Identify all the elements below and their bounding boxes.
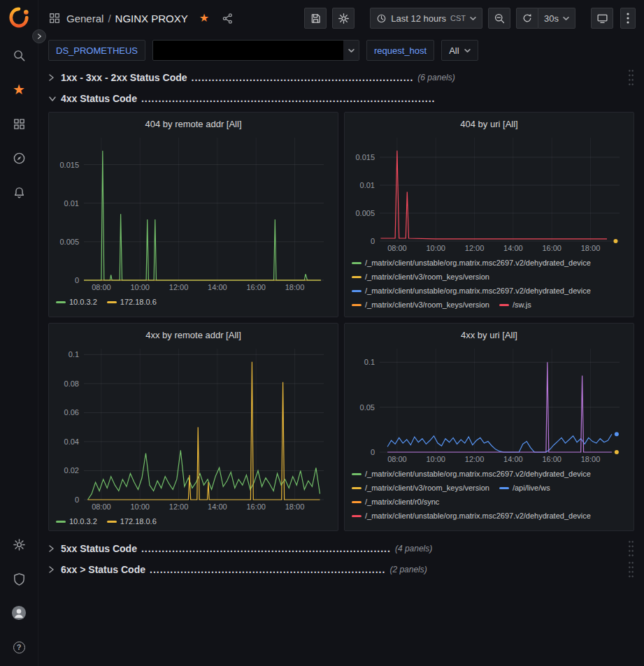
legend-item[interactable]: /_matrix/client/unstable/org.matrix.msc2… xyxy=(352,259,591,267)
time-series-chart[interactable]: 08:0010:0012:0014:0016:0018:0000.020.040… xyxy=(55,343,332,514)
legend-series-label: 10.0.3.2 xyxy=(69,517,97,526)
breadcrumb-folder[interactable]: General xyxy=(66,13,103,24)
zoom-out-icon xyxy=(494,13,506,24)
row-drag-handle[interactable] xyxy=(628,540,634,558)
chevron-down-icon xyxy=(343,41,359,60)
legend-item[interactable]: /_matrix/client/v3/room_keys/version xyxy=(352,301,489,309)
refresh-button[interactable] xyxy=(516,8,538,29)
legend-item[interactable]: 10.0.3.2 xyxy=(56,298,97,306)
share-dashboard-button[interactable] xyxy=(222,13,234,24)
svg-text:12:00: 12:00 xyxy=(465,455,485,463)
favorite-star-button[interactable]: ★ xyxy=(199,13,209,24)
datasource-variable-label[interactable]: DS_PROMETHEUS xyxy=(48,40,145,61)
zoom-out-time-button[interactable] xyxy=(488,8,510,29)
save-dashboard-button[interactable] xyxy=(304,8,327,29)
chevron-down-icon xyxy=(48,96,61,102)
sidebar-item-settings[interactable] xyxy=(11,537,27,552)
sidebar-item-dashboards[interactable] xyxy=(11,116,27,131)
svg-text:0: 0 xyxy=(75,495,79,504)
legend-series-color xyxy=(352,304,362,306)
shield-icon xyxy=(13,572,26,586)
timezone-label: CST xyxy=(450,14,466,22)
legend-series-label: /_matrix/client/unstable/org.matrix.msc2… xyxy=(365,259,591,267)
legend-item[interactable]: /_matrix/client/unstable/org.matrix.msc2… xyxy=(352,287,591,295)
chevron-right-icon xyxy=(48,73,61,82)
row-5xx[interactable]: 5xx Status Code ........................… xyxy=(48,538,634,559)
sidebar-item-starred[interactable]: ★ xyxy=(11,82,27,97)
main-area: General / NGINX PROXY ★ xyxy=(38,0,644,666)
legend-item[interactable]: /sw.js xyxy=(499,301,531,309)
search-icon xyxy=(13,49,26,62)
panel-title[interactable]: 404 by remote addr [All] xyxy=(55,115,332,132)
row-title: 5xx Status Code xyxy=(61,543,137,554)
gear-icon xyxy=(13,538,26,551)
svg-text:0.01: 0.01 xyxy=(64,199,79,208)
help-icon: ? xyxy=(13,642,25,653)
sidebar-item-explore[interactable] xyxy=(11,150,27,166)
time-series-chart[interactable]: 08:0010:0012:0014:0016:0018:0000.050.1 xyxy=(350,343,628,466)
legend-item[interactable]: /_matrix/client/unstable/org.matrix.msc2… xyxy=(352,470,591,478)
chevron-down-icon xyxy=(470,16,476,21)
svg-text:08:00: 08:00 xyxy=(92,283,111,291)
panel-404-by-remote-addr: 404 by remote addr [All] 08:0010:0012:00… xyxy=(48,112,338,317)
panel-title[interactable]: 404 by uri [All] xyxy=(350,115,628,132)
apps-grid-icon xyxy=(13,117,26,131)
legend-item[interactable]: 10.0.3.2 xyxy=(56,517,97,526)
sidebar-item-alerting[interactable] xyxy=(11,184,27,200)
request-host-variable-select[interactable]: All xyxy=(441,40,478,61)
svg-text:0.1: 0.1 xyxy=(364,358,375,366)
row-4xx[interactable]: 4xx Status Code ........................… xyxy=(48,88,634,109)
legend-item[interactable]: 172.18.0.6 xyxy=(107,298,157,306)
grafana-logo[interactable] xyxy=(8,7,29,31)
panel-title[interactable]: 4xx by remote addr [All] xyxy=(55,326,332,343)
refresh-interval-picker[interactable]: 30s xyxy=(538,8,575,29)
sidebar-item-search[interactable] xyxy=(11,48,27,63)
sidebar-item-server-admin[interactable] xyxy=(11,571,27,586)
panel-404-by-uri: 404 by uri [All] 08:0010:0012:0014:0016:… xyxy=(344,112,634,317)
grafana-logo-icon xyxy=(8,7,29,28)
tv-mode-button[interactable] xyxy=(591,8,613,29)
row-1xx-3xx-2xx[interactable]: 1xx - 3xx - 2xx Status Code ............… xyxy=(48,67,634,88)
svg-text:0: 0 xyxy=(371,448,375,456)
sidebar-item-profile[interactable] xyxy=(11,605,27,621)
svg-text:0.015: 0.015 xyxy=(355,153,375,161)
datasource-variable-select[interactable] xyxy=(152,40,359,61)
chevron-right-icon xyxy=(48,565,61,574)
legend-series-color xyxy=(352,262,362,264)
legend-series-color xyxy=(107,521,117,523)
panel-title[interactable]: 4xx by uri [All] xyxy=(350,326,628,343)
svg-text:14:00: 14:00 xyxy=(503,455,523,463)
legend-item[interactable]: /_matrix/client/v3/room_keys/version xyxy=(352,484,489,492)
time-range-picker[interactable]: Last 12 hours CST xyxy=(370,8,482,29)
row-drag-handle[interactable] xyxy=(628,560,634,579)
svg-text:16:00: 16:00 xyxy=(542,455,561,463)
dashboard-settings-button[interactable] xyxy=(332,8,355,29)
sidebar-expand-button[interactable] xyxy=(32,29,46,43)
row-drag-handle[interactable] xyxy=(628,68,634,87)
legend-series-label: 172.18.0.6 xyxy=(120,298,157,306)
page-title: NGINX PROXY xyxy=(115,13,188,24)
panel-grid: 404 by remote addr [All] 08:0010:0012:00… xyxy=(48,112,634,531)
time-series-chart[interactable]: 08:0010:0012:0014:0016:0018:0000.0050.01… xyxy=(55,132,332,294)
request-host-variable-label[interactable]: request_host xyxy=(366,40,434,61)
svg-text:0.06: 0.06 xyxy=(64,408,79,417)
chart-legend: 10.0.3.2172.18.0.6 xyxy=(55,294,332,306)
legend-item[interactable]: /_matrix/client/unstable/org.matrix.msc2… xyxy=(352,512,591,520)
legend-series-label: /_matrix/client/v3/room_keys/version xyxy=(365,301,489,309)
legend-item[interactable]: /_matrix/client/v3/room_keys/version xyxy=(352,273,489,281)
row-6xx[interactable]: 6xx > Status Code ......................… xyxy=(48,559,634,580)
sidebar-item-help[interactable]: ? xyxy=(11,639,27,655)
svg-text:10:00: 10:00 xyxy=(426,455,445,463)
request-host-variable-value: All xyxy=(449,45,459,56)
svg-text:0.05: 0.05 xyxy=(360,403,375,412)
share-icon xyxy=(222,13,234,24)
refresh-icon xyxy=(522,13,533,24)
legend-item[interactable]: /_matrix/client/r0/sync xyxy=(352,498,439,506)
legend-item[interactable]: 172.18.0.6 xyxy=(107,517,157,526)
legend-item[interactable]: /api/live/ws xyxy=(499,484,550,492)
dashboard-more-menu[interactable] xyxy=(620,8,636,29)
chart-legend: /_matrix/client/unstable/org.matrix.msc2… xyxy=(350,466,628,520)
star-icon: ★ xyxy=(199,12,209,24)
time-series-chart[interactable]: 08:0010:0012:0014:0016:0018:0000.0050.01… xyxy=(350,132,628,255)
row-panel-count: (6 panels) xyxy=(417,73,455,82)
